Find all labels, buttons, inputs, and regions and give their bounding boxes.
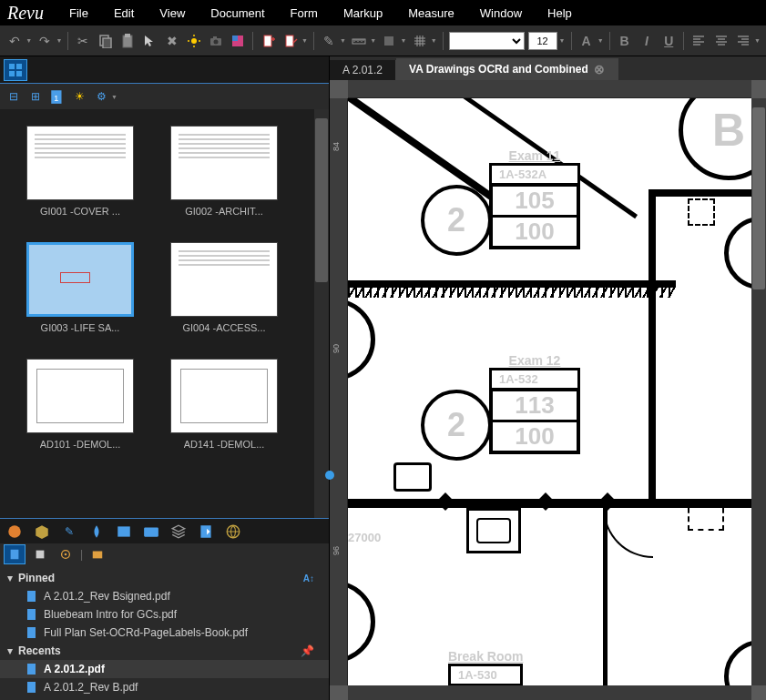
flashlight-button[interactable] bbox=[185, 31, 203, 51]
recents-group[interactable]: ▾ Recents 📌 bbox=[0, 642, 329, 660]
pinned-file[interactable]: Full Plan Set-OCRd-PageLabels-Book.pdf bbox=[0, 624, 329, 642]
folder-tab[interactable] bbox=[87, 544, 108, 564]
thumbnail-preview bbox=[26, 126, 134, 200]
target-tab[interactable] bbox=[55, 544, 77, 564]
pinned-file[interactable]: A 2.01.2_Rev Bsigned.pdf bbox=[0, 587, 329, 605]
thumbnail-item[interactable]: AD141 -DEMOL... bbox=[160, 359, 288, 450]
vertical-scrollbar[interactable] bbox=[751, 98, 766, 685]
document-tab[interactable]: VA Drawings OCRd and Combined ⊗ bbox=[396, 58, 618, 80]
thumbnail-item[interactable]: GI002 -ARCHIT... bbox=[160, 126, 288, 217]
wall bbox=[649, 189, 656, 508]
sun-icon[interactable]: ☀ bbox=[69, 86, 89, 107]
spaces-tab[interactable] bbox=[86, 522, 107, 542]
thumbnail-item[interactable]: GI004 -ACCESS... bbox=[160, 242, 288, 333]
collapse-button[interactable]: ⊟ bbox=[4, 86, 24, 107]
document-tab[interactable]: A 2.01.2 bbox=[330, 60, 396, 80]
page-indicator[interactable]: 1 bbox=[47, 86, 67, 107]
thumbnail-preview bbox=[170, 242, 278, 317]
size-dropdown[interactable]: ▼ bbox=[559, 37, 566, 44]
close-icon[interactable]: ⊗ bbox=[594, 62, 605, 76]
bold-button[interactable]: B bbox=[616, 31, 634, 51]
ruler-dropdown[interactable]: ▼ bbox=[370, 37, 376, 44]
links-tab[interactable] bbox=[113, 522, 135, 542]
textcolor-dropdown[interactable]: ▼ bbox=[597, 37, 604, 44]
page-insert-button[interactable] bbox=[259, 31, 277, 51]
room-count-bubble: 2 bbox=[421, 390, 492, 461]
redo-dropdown[interactable]: ▼ bbox=[56, 37, 62, 44]
svg-rect-33 bbox=[27, 664, 36, 675]
text-color-button[interactable]: A bbox=[577, 31, 595, 51]
recent-file[interactable]: A 2.01.2_Rev B.pdf bbox=[0, 678, 329, 696]
menu-view[interactable]: View bbox=[159, 6, 185, 20]
layers-tab[interactable] bbox=[168, 522, 189, 542]
thumbnail-item[interactable]: GI001 -COVER ... bbox=[16, 126, 144, 217]
font-size-input[interactable] bbox=[528, 32, 557, 50]
pinned-file[interactable]: Bluebeam Intro for GCs.pdf bbox=[0, 605, 329, 624]
page-extract-button[interactable] bbox=[281, 31, 300, 51]
sort-az-icon[interactable]: A↕ bbox=[303, 573, 314, 583]
thumbnail-preview bbox=[26, 359, 134, 433]
italic-button[interactable]: I bbox=[638, 31, 656, 51]
recent-file[interactable]: A 2.01.2.pdf bbox=[0, 660, 329, 678]
pdf-icon bbox=[26, 626, 38, 639]
redo-button[interactable]: ↷ bbox=[36, 31, 54, 51]
undo-button[interactable]: ↶ bbox=[5, 31, 24, 51]
undo-dropdown[interactable]: ▼ bbox=[26, 37, 32, 44]
cut-button[interactable]: ✂ bbox=[74, 31, 92, 51]
gear-icon[interactable]: ⚙ bbox=[91, 86, 111, 107]
page-dropdown[interactable]: ▼ bbox=[301, 37, 308, 44]
menu-file[interactable]: File bbox=[69, 6, 88, 20]
sets-tab[interactable] bbox=[4, 522, 26, 542]
pen-button[interactable]: ✎ bbox=[320, 31, 338, 51]
room-number: 100 bbox=[493, 422, 577, 451]
pinned-group[interactable]: ▾ Pinned A↕ bbox=[0, 569, 329, 587]
horizontal-scrollbar[interactable] bbox=[348, 685, 751, 700]
gear-dropdown[interactable]: ▼ bbox=[111, 94, 117, 100]
ruler-button[interactable] bbox=[350, 31, 368, 51]
menu-help[interactable]: Help bbox=[547, 6, 572, 20]
globe-tab[interactable] bbox=[222, 522, 244, 542]
pushpin-button[interactable]: ✖ bbox=[162, 31, 180, 51]
underline-button[interactable]: U bbox=[659, 31, 678, 51]
menu-window[interactable]: Window bbox=[480, 6, 522, 20]
svg-rect-1 bbox=[103, 38, 111, 48]
menu-form[interactable]: Form bbox=[291, 6, 318, 20]
paste-button[interactable] bbox=[118, 31, 137, 51]
recent-tab[interactable] bbox=[29, 544, 51, 564]
thumbnail-item[interactable]: AD101 -DEMOL... bbox=[16, 359, 144, 450]
align-left-button[interactable] bbox=[689, 31, 708, 51]
camera-button[interactable] bbox=[207, 31, 225, 51]
svg-rect-10 bbox=[264, 36, 271, 46]
color-swatch-button[interactable] bbox=[229, 31, 247, 51]
file-access-tab[interactable] bbox=[4, 544, 26, 564]
svg-point-4 bbox=[191, 38, 197, 44]
font-family-select[interactable] bbox=[449, 32, 525, 50]
align-dropdown[interactable]: ▼ bbox=[754, 37, 761, 44]
grid-dropdown[interactable]: ▼ bbox=[431, 37, 437, 44]
file-name: A 2.01.2.pdf bbox=[44, 663, 105, 675]
menu-document[interactable]: Document bbox=[210, 6, 264, 20]
svg-rect-29 bbox=[93, 552, 103, 559]
box-tab[interactable] bbox=[31, 522, 53, 542]
align-right-button[interactable] bbox=[734, 31, 752, 51]
expand-button[interactable]: ⊞ bbox=[26, 86, 46, 107]
menu-markup[interactable]: Markup bbox=[343, 6, 383, 20]
copy-button[interactable] bbox=[97, 31, 115, 51]
thumbnail-item[interactable]: GI003 -LIFE SA... bbox=[16, 242, 144, 333]
pen-dropdown[interactable]: ▼ bbox=[340, 37, 346, 44]
compare-tab[interactable] bbox=[140, 522, 162, 542]
thumbnails-tab[interactable] bbox=[4, 59, 27, 81]
menu-measure[interactable]: Measure bbox=[408, 6, 454, 20]
grid-button[interactable] bbox=[410, 31, 428, 51]
align-center-button[interactable] bbox=[712, 31, 730, 51]
menu-edit[interactable]: Edit bbox=[114, 6, 134, 20]
pin-icon[interactable]: 📌 bbox=[301, 644, 314, 657]
select-button[interactable] bbox=[140, 31, 158, 51]
drawing-canvas[interactable]: B Exam 11 1A-532A 105 100 bbox=[348, 98, 751, 685]
fill-button[interactable] bbox=[380, 31, 398, 51]
forms-tab[interactable] bbox=[195, 522, 217, 542]
panel-splitter-handle[interactable] bbox=[325, 471, 334, 480]
thumbnails-scrollbar[interactable] bbox=[314, 109, 329, 518]
fill-dropdown[interactable]: ▼ bbox=[400, 37, 406, 44]
bookmark-tab[interactable]: ✎ bbox=[58, 522, 80, 542]
